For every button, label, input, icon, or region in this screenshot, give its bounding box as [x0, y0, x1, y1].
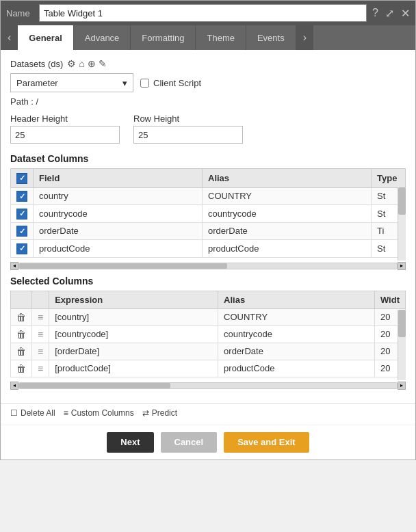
row-check-cell	[11, 240, 34, 258]
row-height-input[interactable]	[133, 126, 243, 144]
drag-icon-1[interactable]: ≡	[38, 329, 43, 340]
dataset-row: orderDate orderDate Ti	[11, 222, 406, 240]
row-height-group: Row Height	[133, 114, 243, 144]
sel-drag-2[interactable]: ≡	[32, 343, 49, 360]
trash-icon-1[interactable]: 🗑	[16, 329, 26, 340]
row-field-1: countrycode	[34, 205, 203, 223]
dataset-row: countrycode countrycode St	[11, 205, 406, 223]
tab-general[interactable]: General	[18, 25, 73, 50]
select-all-checkbox[interactable]	[16, 173, 27, 184]
delete-all-icon: ☐	[10, 408, 18, 418]
next-button[interactable]: Next	[107, 432, 153, 453]
move-icon[interactable]: ⤢	[385, 7, 394, 20]
row-check-cell	[11, 187, 34, 205]
header-height-input[interactable]	[10, 126, 120, 144]
row-height-label: Row Height	[133, 114, 243, 124]
tab-theme[interactable]: Theme	[196, 25, 246, 50]
drag-icon-3[interactable]: ≡	[38, 363, 43, 374]
widget-name-input[interactable]	[39, 4, 367, 22]
sel-expression-1: [countrycode]	[49, 325, 218, 343]
sel-col-header-alias: Alias	[218, 291, 375, 308]
predict-icon: ⇄	[142, 408, 149, 418]
dataset-columns-vscroll[interactable]	[398, 187, 406, 261]
home-icon[interactable]: ⌂	[79, 58, 84, 69]
hscroll-track-2[interactable]	[18, 382, 398, 389]
bottom-toolbar: ☐ Delete All ≡ Custom Columns ⇄ Predict	[1, 403, 415, 425]
col-header-type: Type	[372, 169, 406, 188]
col-header-check	[11, 169, 34, 188]
tab-prev-button[interactable]: ‹	[1, 25, 18, 50]
row-check-cell	[11, 222, 34, 240]
close-icon[interactable]: ✕	[401, 7, 410, 20]
title-bar-icons: ? ⤢ ✕	[372, 7, 410, 20]
tab-advance[interactable]: Advance	[74, 25, 131, 50]
sel-alias-0: COUNTRY	[218, 308, 375, 325]
col-header-field: Field	[34, 169, 203, 188]
sel-col-header-drag	[32, 291, 49, 308]
sel-delete-1[interactable]: 🗑	[11, 325, 32, 343]
sel-hscroll-left-btn[interactable]: ◂	[10, 382, 18, 390]
sel-alias-1: countrycode	[218, 325, 375, 343]
row-field-2: orderDate	[34, 222, 203, 240]
sel-vscroll-thumb	[398, 310, 406, 337]
save-button[interactable]: Save and Exit	[224, 432, 309, 453]
sel-expression-3: [productCode]	[49, 360, 218, 377]
sel-delete-3[interactable]: 🗑	[11, 360, 32, 377]
sel-delete-2[interactable]: 🗑	[11, 343, 32, 360]
sel-col-header-delete	[11, 291, 32, 308]
hscroll-track-1[interactable]	[18, 263, 398, 269]
drag-icon-2[interactable]: ≡	[38, 346, 43, 357]
add-icon[interactable]: ⊕	[88, 58, 96, 69]
drag-icon-0[interactable]: ≡	[38, 312, 43, 323]
row-field-0: country	[34, 187, 203, 205]
trash-icon-3[interactable]: 🗑	[16, 363, 26, 374]
sel-drag-1[interactable]: ≡	[32, 325, 49, 343]
dataset-columns-container: Field Alias Type country COUNTRY St coun	[10, 168, 406, 261]
sel-expression-0: [country]	[49, 308, 218, 325]
predict-item[interactable]: ⇄ Predict	[142, 408, 177, 418]
help-icon[interactable]: ?	[372, 7, 378, 20]
header-height-group: Header Height	[10, 114, 120, 144]
tab-next-button[interactable]: ›	[296, 25, 313, 50]
datasets-header: Datasets (ds) ⚙ ⌂ ⊕ ✎	[10, 58, 406, 69]
sel-drag-3[interactable]: ≡	[32, 360, 49, 377]
edit-icon[interactable]: ✎	[99, 58, 107, 69]
delete-all-item[interactable]: ☐ Delete All	[10, 408, 55, 418]
filter-icon[interactable]: ⚙	[67, 58, 76, 69]
row-field-3: productCode	[34, 240, 203, 258]
row-check-cell	[11, 205, 34, 223]
hscroll-thumb-2	[19, 383, 170, 388]
sel-delete-0[interactable]: 🗑	[11, 308, 32, 325]
client-script-checkbox[interactable]	[140, 79, 149, 88]
row-checkbox-0[interactable]	[16, 191, 27, 202]
client-script-label: Client Script	[153, 78, 201, 88]
row-checkbox-3[interactable]	[16, 243, 27, 254]
datasets-row: Parameter ▾ Client Script	[10, 73, 406, 92]
col-header-alias: Alias	[203, 169, 372, 188]
header-height-label: Header Height	[10, 114, 120, 124]
sel-drag-0[interactable]: ≡	[32, 308, 49, 325]
datasets-dropdown[interactable]: Parameter ▾	[10, 73, 133, 92]
title-bar: Name ? ⤢ ✕	[1, 1, 415, 25]
name-label: Name	[6, 8, 34, 18]
path-value: /	[36, 96, 39, 107]
selected-columns-vscroll[interactable]	[398, 310, 406, 380]
dataset-row: productCode productCode St	[11, 240, 406, 258]
row-checkbox-1[interactable]	[16, 209, 27, 220]
hscroll-right-btn[interactable]: ▸	[398, 262, 406, 270]
hscroll-left-btn[interactable]: ◂	[10, 262, 18, 270]
cancel-button[interactable]: Cancel	[161, 432, 218, 453]
chevron-down-icon: ▾	[122, 78, 127, 88]
sel-alias-3: productCode	[218, 360, 375, 377]
custom-columns-item[interactable]: ≡ Custom Columns	[64, 408, 134, 418]
trash-icon-0[interactable]: 🗑	[16, 312, 26, 323]
sel-expression-2: [orderDate]	[49, 343, 218, 360]
selected-row: 🗑 ≡ [orderDate] orderDate 20	[11, 343, 406, 360]
tab-events[interactable]: Events	[246, 25, 296, 50]
trash-icon-2[interactable]: 🗑	[16, 346, 26, 357]
row-checkbox-2[interactable]	[16, 226, 27, 237]
selected-columns-title: Selected Columns	[10, 276, 406, 287]
tab-formatting[interactable]: Formatting	[131, 25, 196, 50]
sel-hscroll-right-btn[interactable]: ▸	[398, 382, 406, 390]
selected-columns-hscroll-row: ◂ ▸	[10, 382, 406, 390]
